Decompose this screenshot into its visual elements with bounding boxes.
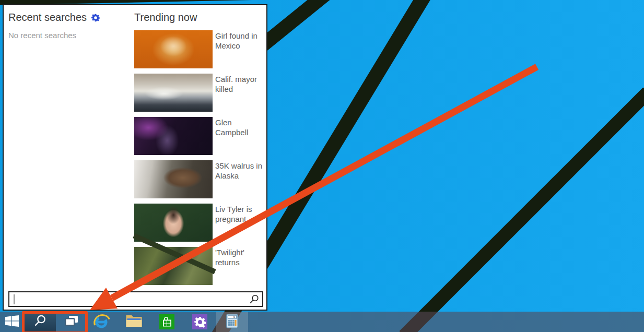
taskbar: 0 1:59 10/1: [0, 312, 644, 332]
trending-now-title: Trending now: [134, 11, 197, 23]
trending-item-title: Girl found in Mexico: [215, 31, 264, 51]
trending-thumbnail: [134, 204, 213, 242]
trending-item[interactable]: 'Twilight' returns: [134, 247, 265, 285]
search-settings-gear-icon[interactable]: [91, 13, 100, 25]
desktop: Recent searches No recent searches Trend…: [0, 0, 644, 332]
calculator-button[interactable]: 0: [216, 312, 248, 332]
stacked-windows-icon: [65, 315, 78, 329]
trending-item-title: 35K walrus in Alaska: [215, 161, 264, 181]
trending-item[interactable]: Glen Campbell: [134, 117, 265, 155]
file-explorer-button[interactable]: [118, 312, 150, 332]
recent-searches-title: Recent searches: [8, 11, 100, 25]
trending-item[interactable]: Girl found in Mexico: [134, 30, 265, 68]
calculator-icon: 0: [226, 314, 238, 330]
trending-thumbnail: [134, 160, 213, 198]
trending-thumbnail: [134, 74, 213, 112]
recent-searches-label: Recent searches: [8, 11, 87, 23]
magnifier-icon[interactable]: [249, 294, 259, 306]
trending-item[interactable]: Calif. mayor killed: [134, 74, 265, 112]
trending-item-title: Liv Tyler is pregnant: [215, 204, 264, 224]
search-input[interactable]: [8, 291, 263, 307]
settings-button[interactable]: [184, 312, 216, 332]
trending-thumbnail: [134, 247, 213, 285]
start-button[interactable]: [0, 312, 24, 332]
gear-icon: [192, 314, 207, 329]
magnifier-icon: [33, 314, 46, 329]
internet-explorer-button[interactable]: [86, 312, 117, 332]
task-view-button[interactable]: [56, 312, 87, 332]
trending-item[interactable]: Liv Tyler is pregnant: [134, 204, 265, 242]
wallpaper-beam: [399, 87, 644, 332]
trending-item-title: Glen Campbell: [215, 117, 264, 137]
ie-e-icon: [92, 313, 110, 331]
shopping-bag-icon: [159, 314, 174, 329]
trending-item[interactable]: 35K walrus in Alaska: [134, 160, 265, 198]
windows-flag-icon: [5, 315, 19, 329]
text-caret: [14, 294, 15, 304]
store-button[interactable]: [151, 312, 183, 332]
svg-text:0: 0: [233, 315, 235, 318]
trending-item-title: Calif. mayor killed: [215, 74, 264, 94]
trending-thumbnail: [134, 117, 213, 155]
trending-thumbnail: [134, 30, 213, 68]
taskbar-search-button[interactable]: [24, 312, 56, 332]
search-panel: Recent searches No recent searches Trend…: [3, 4, 267, 311]
folder-icon: [126, 314, 142, 329]
trending-item-title: 'Twilight' returns: [215, 247, 264, 267]
no-recent-searches-text: No recent searches: [8, 31, 76, 40]
